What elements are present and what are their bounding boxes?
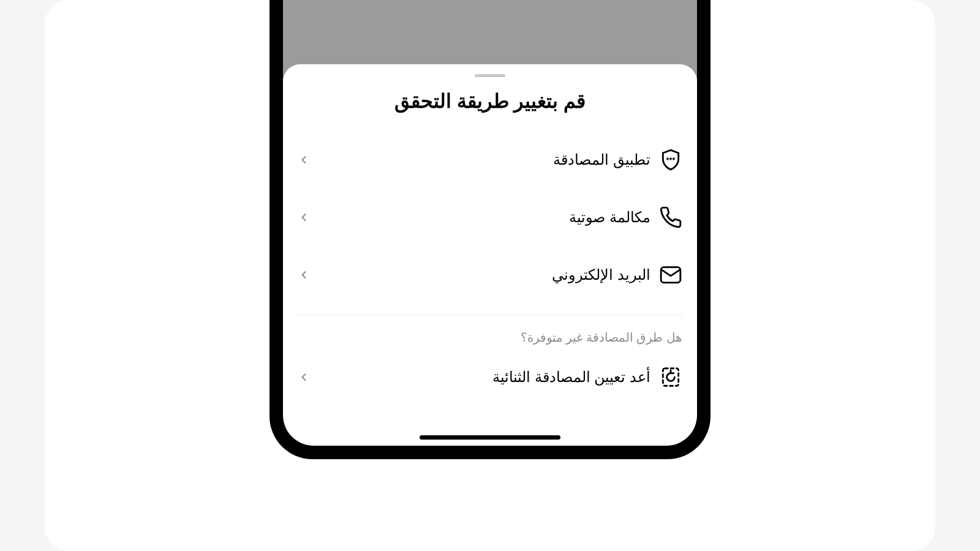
mail-icon — [659, 263, 682, 287]
unavailable-prompt: هل طرق المصادقة غير متوفرة؟ — [283, 315, 697, 348]
option-email[interactable]: البريد الإلكتروني — [283, 246, 697, 304]
option-label: البريد الإلكتروني — [310, 266, 650, 283]
svg-text:***: *** — [666, 156, 676, 165]
option-label: مكالمة صوتية — [310, 209, 650, 226]
option-label: تطبيق المصادقة — [310, 151, 650, 168]
chevron-left-icon — [298, 154, 310, 166]
sheet-title: قم بتغيير طريقة التحقق — [283, 89, 697, 113]
phone-icon — [659, 206, 682, 229]
shield-stars-icon: *** — [659, 148, 682, 171]
verification-sheet: قم بتغيير طريقة التحقق *** تطبيق المصادق… — [283, 64, 697, 446]
reset-icon — [659, 365, 682, 389]
phone-screen: قم بتغيير طريقة التحقق *** تطبيق المصادق… — [283, 0, 697, 446]
option-reset-2fa[interactable]: أعد تعيين المصادقة الثنائية — [283, 348, 697, 406]
phone-frame: قم بتغيير طريقة التحقق *** تطبيق المصادق… — [270, 0, 710, 459]
chevron-left-icon — [298, 211, 310, 223]
option-authenticator-app[interactable]: *** تطبيق المصادقة — [283, 131, 697, 189]
outer-card: قم بتغيير طريقة التحقق *** تطبيق المصادق… — [45, 0, 935, 551]
chevron-left-icon — [298, 269, 310, 281]
option-voice-call[interactable]: مكالمة صوتية — [283, 189, 697, 246]
drag-handle[interactable] — [475, 74, 505, 77]
home-indicator[interactable] — [420, 435, 560, 440]
chevron-left-icon — [298, 371, 310, 383]
option-label: أعد تعيين المصادقة الثنائية — [310, 369, 650, 386]
